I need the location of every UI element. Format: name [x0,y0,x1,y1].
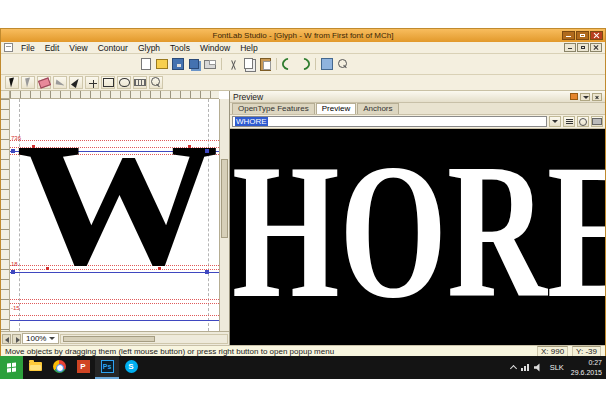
network-icon[interactable] [521,364,529,371]
menu-tools[interactable]: Tools [165,43,195,53]
sample-string-dropdown-icon[interactable] [549,116,561,127]
taskbar-chrome[interactable] [47,356,71,379]
drawing-tools-toolbar [1,75,605,91]
select-tool-icon[interactable] [5,76,19,89]
horizontal-ruler [10,91,219,99]
status-message: Move objects by dragging them (left mous… [5,347,334,356]
node-marker[interactable] [158,267,161,270]
print-icon[interactable] [203,57,217,71]
guide-descender-2 [10,303,219,304]
fontlab-window: FontLab Studio - [Glyph - W from First f… [0,28,606,356]
preview-settings-icon[interactable] [577,116,589,127]
horizontal-scroll-thumb[interactable] [63,336,154,342]
guide-bottom [10,315,219,316]
child-window-controls [564,43,602,52]
windows-logo-icon [7,363,16,373]
zoom-selector[interactable]: 100% [22,333,59,344]
taskbar-skype[interactable]: S [119,356,143,379]
menu-window[interactable]: Window [195,43,235,53]
child-close-icon[interactable] [590,43,602,52]
taskbar-explorer[interactable] [23,356,47,379]
menu-file[interactable]: File [16,43,40,53]
menu-glyph[interactable]: Glyph [133,43,165,53]
preview-panel: Preview OpenType Features Preview Anchor… [229,91,605,345]
preview-rendered-text: HORE [232,136,605,328]
baseline-marker-right[interactable] [205,270,209,274]
title-bar[interactable]: FontLab Studio - [Glyph - W from First f… [1,29,605,42]
child-minimize-icon[interactable] [564,43,576,52]
tab-opentype-features[interactable]: OpenType Features [232,103,315,114]
zoom-tool-icon[interactable] [149,76,163,89]
tab-preview[interactable]: Preview [316,103,356,114]
font-info-icon[interactable] [320,57,334,71]
tray-expand-icon[interactable] [510,365,517,372]
window-controls [562,31,603,40]
panel-options-icon[interactable] [570,93,578,100]
taskbar-photoshop[interactable]: Ps [95,356,119,379]
glyph-editor: W 736 18 -15 [1,91,229,345]
taskbar-clock[interactable]: 0:27 29.6.2015 [571,358,602,377]
vertical-scroll-thumb[interactable] [221,159,228,238]
node-marker[interactable] [46,267,49,270]
preview-text-input[interactable]: WHORE [232,116,547,127]
rectangle-tool-icon[interactable] [101,76,115,89]
save-icon[interactable] [171,57,185,71]
preview-print-icon[interactable] [591,116,603,127]
waterfall-view-icon[interactable] [563,116,575,127]
ruler-corner [1,91,10,99]
caps-marker-left[interactable] [11,149,15,153]
skype-icon: S [125,360,138,373]
powerpoint-icon: P [77,360,90,373]
toolbar-separator [315,58,316,70]
panel-menu-icon[interactable] [580,93,590,101]
redo-icon[interactable] [297,57,311,71]
cut-icon[interactable] [226,57,240,71]
clock-time: 0:27 [571,358,602,367]
start-button[interactable] [0,356,23,379]
menu-edit[interactable]: Edit [40,43,65,53]
close-icon[interactable] [590,31,603,40]
horizontal-scrollbar[interactable] [60,334,228,344]
workspace: W 736 18 -15 [1,91,605,345]
save-all-icon[interactable] [187,57,201,71]
baseline-marker-left[interactable] [11,270,15,274]
language-indicator[interactable]: SLK [548,363,566,372]
paste-icon[interactable] [258,57,272,71]
taskbar-powerpoint[interactable]: P [71,356,95,379]
menu-contour[interactable]: Contour [93,43,133,53]
tab-anchors[interactable]: Anchors [357,103,398,114]
scroll-right-icon[interactable] [12,334,21,344]
metric-label-caps: 736 [11,135,21,141]
clock-date: 29.6.2015 [571,368,602,377]
preview-input-row: WHORE [230,115,605,129]
undo-icon[interactable] [281,57,295,71]
open-icon[interactable] [155,57,169,71]
panel-close-icon[interactable] [592,93,602,101]
measure-tool-icon[interactable] [133,76,147,89]
ellipse-tool-icon[interactable] [117,76,131,89]
copy-icon[interactable] [242,57,256,71]
child-restore-icon[interactable] [577,43,589,52]
main-toolbar [1,54,605,75]
magnify-icon[interactable] [336,57,350,71]
selected-text: WHORE [235,117,268,126]
glyph-outline-w[interactable]: W [16,117,219,292]
new-icon[interactable] [139,57,153,71]
node-select-tool-icon[interactable] [21,76,35,89]
minimize-icon[interactable] [562,31,575,40]
eraser-tool-icon[interactable] [37,76,51,89]
editing-canvas[interactable]: W 736 18 -15 [10,99,219,331]
menu-view[interactable]: View [64,43,92,53]
menu-help[interactable]: Help [235,43,262,53]
knife-tool-icon[interactable] [53,76,67,89]
preview-panel-header[interactable]: Preview [230,91,605,103]
caps-marker-right[interactable] [205,149,209,153]
node-marker[interactable] [32,145,35,148]
vertical-scrollbar[interactable] [219,99,229,331]
add-node-tool-icon[interactable] [85,76,99,89]
speaker-icon[interactable] [534,363,543,372]
scroll-left-icon[interactable] [2,334,11,344]
maximize-icon[interactable] [576,31,589,40]
node-marker[interactable] [188,145,191,148]
pen-tool-icon[interactable] [69,76,83,89]
